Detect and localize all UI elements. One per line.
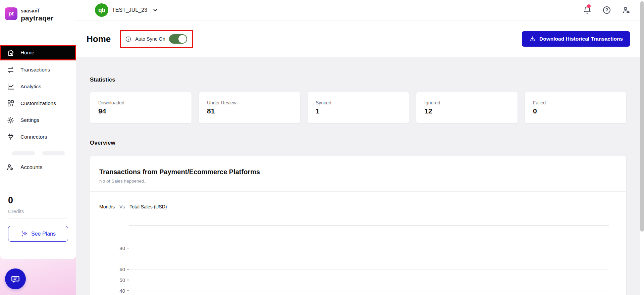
sparkle-icon [20,230,28,238]
stat-card-downloaded: Downloaded94 [90,92,192,124]
topbar: qb TEST_JUL_23 [76,0,640,20]
stat-value: 1 [316,107,409,115]
see-plans-label: See Plans [31,231,56,237]
toggle-knob [178,35,186,43]
y-axis-tick-label: 60 [108,266,125,272]
y-axis-tick [127,290,129,291]
quickbooks-icon[interactable]: qb [95,3,108,17]
stats-row: Downloaded94Under Review81Synced1Ignored… [90,92,627,124]
overview-card: Transactions from Payment/Ecommerce Plat… [90,156,627,295]
sidebar-item-label: Home [20,50,34,56]
info-icon[interactable] [125,36,131,42]
y-axis-tick-label: 80 [108,245,125,251]
y-axis-tick [127,248,129,248]
chevron-down-icon[interactable] [152,7,159,13]
auto-sync-toggle[interactable] [169,34,187,44]
home-icon [7,49,15,57]
user-gear-icon[interactable] [622,6,631,14]
stat-value: 12 [424,107,518,115]
y-axis-tick-label: 40 [108,288,125,293]
sidebar-item-home[interactable]: Home [0,45,76,60]
sidebar-item-transactions[interactable]: Transactions [0,62,76,77]
sidebar-item-label: Settings [20,117,39,123]
stat-card-failed: Failed0 [525,92,627,124]
sidebar-item-label: Accounts [20,164,43,170]
chart-axis-caption: Months Vs Total Sales (USD) [90,204,626,209]
connectors-icon [7,133,15,141]
main-area: qb TEST_JUL_23 Home [76,0,640,295]
chat-icon [10,274,20,284]
sidebar-item-label: Customizations [20,100,56,106]
sidebar-nav: HomeTransactionsAnalyticsCustomizationsS… [0,45,76,144]
vertical-scrollbar[interactable] [640,0,644,295]
company-name: TEST_JUL_23 [112,7,147,13]
auto-sync-highlight-box: Auto Sync On [120,30,193,48]
sidebar-item-analytics[interactable]: Analytics [0,79,76,94]
y-axis-tick-label: 50 [108,277,125,283]
paytraqer-logo-icon: pt [5,7,17,20]
sidebar: pt saasant paytraqer HomeTransactionsAna… [0,0,76,295]
sidebar-divider [0,147,76,155]
stat-value: 81 [207,107,300,115]
stat-card-under-review: Under Review81 [199,92,301,124]
sidebar-item-connectors[interactable]: Connectors [0,130,76,144]
sidebar-item-accounts[interactable]: Accounts [0,160,76,175]
page-title: Home [87,34,111,44]
notifications-bell-icon[interactable] [583,6,592,14]
y-axis-tick [127,269,129,270]
page-header: Home Auto Sync On Download Historical Tr… [76,20,640,57]
sidebar-item-label: Analytics [20,84,41,90]
customizations-icon [7,99,15,107]
sidebar-item-settings[interactable]: Settings [0,113,76,128]
card-divider [90,191,626,192]
user-gear-icon [6,163,15,172]
chart-gridline [129,280,609,280]
settings-icon [7,116,15,124]
stat-label: Under Review [207,100,300,105]
analytics-icon [7,83,15,91]
stat-card-synced: Synced1 [307,92,409,124]
stat-card-ignored: Ignored12 [416,92,518,124]
blurred-placeholder [42,151,65,155]
brand-name-paytraqer: paytraqer [21,14,54,21]
blurred-placeholder [12,151,35,155]
stat-value: 94 [98,107,192,115]
y-axis-tick [127,280,129,280]
credits-panel: 0 Credits See Plans [0,189,76,259]
chart-subtitle: No of Sales happened.. [90,179,626,184]
stat-label: Ignored [424,100,518,105]
credits-label: Credits [8,206,68,218]
stat-label: Synced [316,100,409,105]
stat-label: Downloaded [98,100,192,105]
statistics-heading: Statistics [90,77,627,83]
download-icon [529,36,536,42]
scrollbar-thumb[interactable] [640,1,644,232]
stat-label: Failed [533,100,626,105]
auto-sync-label: Auto Sync On [135,36,165,42]
download-historical-transactions-button[interactable]: Download Historical Transactions [522,31,630,47]
content-area: Statistics Downloaded94Under Review81Syn… [76,57,640,295]
chart-plot-area: 80605040 [129,225,609,295]
chart-gridline [129,248,609,248]
credits-value: 0 [8,195,68,206]
overview-heading: Overview [90,140,627,146]
help-icon[interactable] [602,6,611,14]
chart-gridline [129,291,609,291]
sidebar-item-label: Connectors [20,134,47,140]
chart-title: Transactions from Payment/Ecommerce Plat… [90,168,626,176]
brand-logo: pt saasant paytraqer [0,0,76,21]
notification-dot [587,4,591,8]
chat-widget-button[interactable] [5,268,26,289]
sidebar-item-label: Transactions [20,67,50,73]
stat-value: 0 [533,107,626,115]
chart-gridline [129,269,609,269]
see-plans-button[interactable]: See Plans [8,226,68,242]
transactions-icon [7,66,15,74]
brand-name-saasant: saasant [21,8,39,13]
sidebar-item-customizations[interactable]: Customizations [0,96,76,111]
